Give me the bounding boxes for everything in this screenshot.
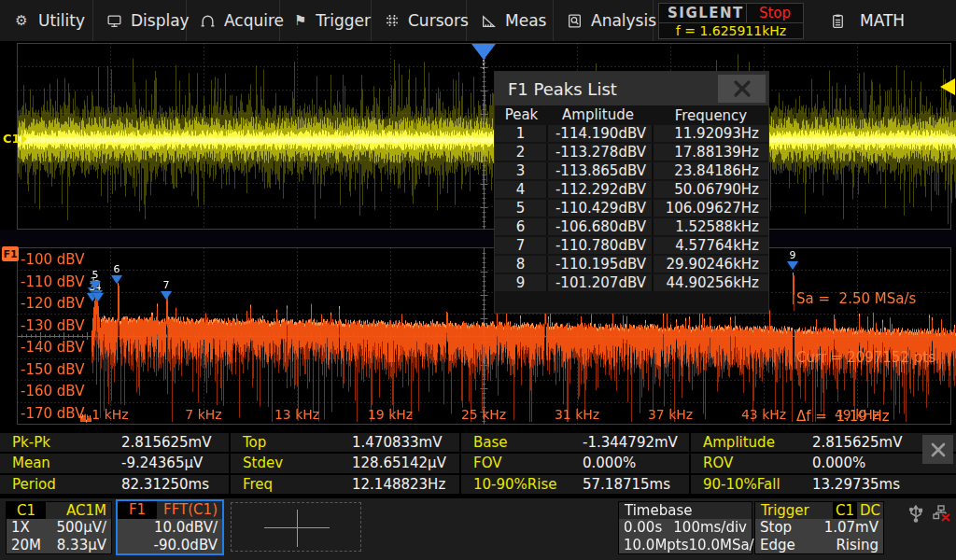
network-disconnected-icon[interactable] (932, 504, 952, 523)
measure-cell: Pk-Pk2.815625mV (0, 433, 231, 454)
trigger-frequency-readout: f = 1.625911kHz (659, 23, 803, 38)
peak-marker: 6 (109, 264, 124, 284)
timebase-title: Timebase (619, 502, 692, 519)
fft-freq-label: 31 kHz (540, 407, 614, 422)
measure-cell: Mean-9.24365µV (0, 454, 231, 474)
fft-freq-label: 7 kHz (166, 407, 241, 422)
peak-marker: 7 (159, 280, 174, 300)
menu-trigger[interactable]: ⚑ Trigger (280, 0, 372, 41)
c1-position-label: C1 (3, 132, 21, 146)
fft-freq-label: 19 kHz (353, 407, 428, 422)
fft-freq-label: 37 kHz (633, 407, 708, 422)
right-arrow-icon (21, 134, 27, 144)
measure-cell: 90-10%Fall13.29735ms (691, 475, 956, 496)
marker-triangle-icon (787, 261, 798, 270)
trigger-position-marker[interactable] (471, 44, 496, 60)
menu-meas[interactable]: Meas (467, 0, 554, 41)
timebase-status-box[interactable]: Timebase 0.00s100ms/div 10.0Mpts10.0MSa/… (618, 501, 752, 554)
close-icon (732, 78, 752, 99)
f1-scale: 10.0dBV/ (154, 519, 218, 536)
peak-row: 7-110.780dBV4.57764kHz (495, 237, 768, 254)
peak-row: 1-114.190dBV11.92093Hz (495, 125, 768, 142)
fft-delta-f: Δf = 1.19 Hz (796, 407, 935, 427)
fft-db-label: -100 dBV (21, 252, 84, 268)
marker-triangle-icon (92, 293, 104, 301)
fft-db-label: -120 dBV (21, 296, 84, 312)
analysis-icon (567, 12, 583, 29)
peak-row: 9-101.207dBV44.90256kHz (495, 274, 768, 291)
peak-marker: 5 (88, 270, 103, 289)
menu-utility-label: Utility (38, 11, 85, 30)
measure-cell: Top1.470833mV (231, 433, 461, 454)
menu-math[interactable]: MATH (829, 0, 905, 41)
channel1-status-box[interactable]: C1 AC1M 1X500µV/ 20M8.33µV (6, 501, 112, 554)
menu-analysis-label: Analysis (591, 11, 656, 30)
trigger-level: 1.07mV (824, 519, 879, 536)
peak-row: 2-113.278dBV17.88139Hz (495, 144, 768, 161)
measure-cell: Amplitude2.815625mV (691, 433, 956, 454)
menu-display[interactable]: Display (93, 0, 187, 41)
fft-current-pts: Curr = 2097152 pts (796, 348, 935, 368)
fft-freq-label: 13 kHz (260, 407, 334, 422)
run-state-badge[interactable]: Stop (747, 4, 803, 22)
peak-row: 4-112.292dBV50.06790Hz (495, 181, 768, 198)
close-icon (929, 441, 948, 459)
brand-logo: SIGLENT (659, 4, 747, 22)
measure-cell: Base-1.344792mV (461, 433, 691, 454)
menu-bar: ⚙ Utility Display Acquire ⚑ Trigger Curs… (0, 0, 956, 42)
ruler-icon (480, 12, 497, 29)
usb-icon[interactable] (907, 504, 924, 523)
menu-math-label: MATH (860, 11, 905, 30)
trigger-level-marker[interactable] (940, 78, 955, 95)
fft-db-label: -130 dBV (21, 318, 84, 334)
timebase-samplerate: 10.0MSa/s (689, 537, 762, 553)
status-bar: C1 AC1M 1X500µV/ 20M8.33µV F1 FFT(C1) 10… (0, 498, 956, 560)
menu-acquire[interactable]: Acquire (187, 0, 280, 41)
trigger-title: Trigger (755, 502, 809, 519)
cursors-icon (385, 12, 400, 29)
trigger-status-box[interactable]: Trigger C1 DC Stop1.07mV EdgeRising (754, 501, 884, 554)
menu-utility[interactable]: ⚙ Utility (0, 0, 93, 41)
marker-triangle-icon (111, 275, 122, 284)
fft-db-label: -160 dBV (21, 384, 84, 399)
fft-freq-label: 1 kHz (73, 407, 148, 422)
add-trace-placeholder[interactable] (231, 502, 361, 552)
menu-analysis[interactable]: Analysis (554, 0, 654, 41)
c1-coupling: AC1M (66, 502, 111, 519)
fft-db-label: -150 dBV (21, 362, 84, 378)
c1-scale: 500µV/ (57, 519, 107, 536)
menu-cursors-label: Cursors (408, 11, 469, 30)
math-f1-status-box[interactable]: F1 FFT(C1) 10.0dBV/ -90.0dBV (116, 499, 224, 555)
oscilloscope-screen: ⚙ Utility Display Acquire ⚑ Trigger Curs… (0, 0, 956, 560)
timebase-scale: 100ms/div (673, 519, 747, 536)
c1-position-marker[interactable]: C1 (3, 132, 27, 146)
clipboard-icon (829, 12, 846, 29)
f1-trace-badge[interactable]: F1 (2, 246, 19, 261)
measure-cell: 10-90%Rise57.18715ms (461, 475, 691, 496)
f1-function: FFT(C1) (163, 501, 222, 518)
measurements-panel: Pk-Pk2.815625mV Top1.470833mV Base-1.344… (0, 433, 956, 496)
fft-sample-rate: Sa = 2.50 MSa/s (796, 289, 935, 309)
acquisition-status-box: SIGLENT Stop f = 1.625911kHz (658, 3, 804, 39)
peaks-table-header: Peak Amplitude Frequency (495, 105, 768, 125)
trigger-source-chip: C1 (833, 502, 857, 519)
menu-cursors[interactable]: Cursors (372, 0, 467, 41)
menu-trigger-label: Trigger (316, 11, 371, 30)
timebase-delay: 0.00s (624, 519, 662, 536)
c1-probe: 1X (11, 519, 30, 536)
peaks-list-dialog: F1 Peaks List Peak Amplitude Frequency 1… (494, 71, 769, 314)
measure-cell: FOV0.000% (461, 454, 691, 474)
measure-cell: Period82.31250ms (0, 475, 231, 496)
trigger-slope: Rising (836, 537, 879, 553)
flag-icon: ⚑ (293, 12, 307, 29)
display-icon (106, 12, 122, 29)
measurements-close-button[interactable] (922, 435, 953, 464)
dialog-title-bar[interactable]: F1 Peaks List (495, 72, 768, 105)
menu-display-label: Display (131, 11, 190, 30)
menu-meas-label: Meas (505, 11, 546, 30)
dialog-close-button[interactable] (718, 75, 766, 103)
fft-freq-label: 25 kHz (446, 407, 521, 422)
gear-icon: ⚙ (13, 12, 30, 29)
trigger-type: Edge (760, 537, 795, 553)
fft-db-label: -110 dBV (21, 274, 84, 290)
